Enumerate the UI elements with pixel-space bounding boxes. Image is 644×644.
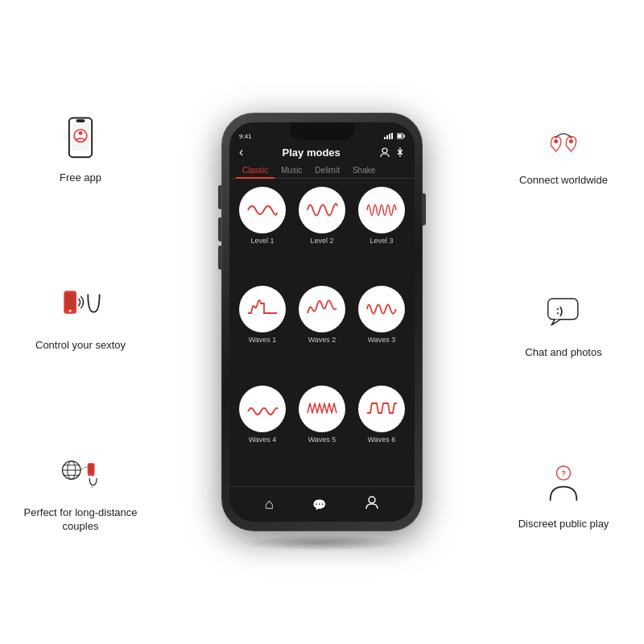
long-distance-label: Perfect for long-distance couples	[16, 506, 145, 534]
signal-icon	[384, 133, 394, 139]
control-label: Control your sextoy	[35, 339, 126, 353]
tab-delimit[interactable]: Delimit	[308, 163, 346, 178]
header-icons	[379, 147, 405, 158]
feature-control: Control your sextoy	[35, 278, 126, 353]
mode-label-level2: Level 2	[310, 237, 333, 245]
status-time: 9:41	[239, 133, 252, 140]
nav-profile-icon[interactable]	[365, 495, 379, 514]
mode-circle-waves4	[239, 386, 286, 432]
connect-label: Connect worldwide	[519, 174, 608, 188]
mode-circle-waves2	[299, 286, 345, 332]
main-container: Free app Control your sextoy	[0, 0, 644, 644]
mode-circle-waves1	[239, 286, 286, 332]
tab-shake[interactable]: Shake	[346, 163, 382, 178]
chat-label: Chat and photos	[525, 346, 601, 360]
battery-icon	[397, 133, 405, 139]
app-title: Play modes	[243, 147, 379, 159]
nav-chat-icon[interactable]: 💬	[312, 498, 326, 511]
mode-circle-waves3	[358, 286, 405, 332]
mode-waves1[interactable]: Waves 1	[236, 286, 289, 378]
mode-waves2[interactable]: Waves 2	[295, 286, 349, 378]
mode-circle-waves6	[358, 386, 405, 432]
modes-grid: Level 1 Level 2	[229, 179, 415, 486]
svg-point-17	[569, 139, 573, 143]
phone-screen: 9:41	[229, 122, 415, 522]
svg-point-32	[369, 497, 375, 503]
chat-icon: :)	[539, 285, 588, 341]
connect-worldwide-icon	[539, 113, 588, 169]
mode-label-level3: Level 3	[369, 237, 393, 245]
svg-rect-29	[398, 134, 402, 138]
globe-icon: ʿ	[56, 445, 105, 502]
bluetooth-icon	[395, 147, 405, 157]
tab-music[interactable]: Music	[275, 163, 308, 178]
phone-body: 9:41	[221, 113, 423, 531]
status-bar-right	[384, 133, 405, 139]
mode-level1[interactable]: Level 1	[236, 187, 289, 279]
svg-point-18	[555, 136, 557, 138]
svg-point-16	[554, 139, 558, 143]
svg-rect-26	[389, 134, 390, 139]
svg-rect-30	[404, 135, 406, 138]
svg-rect-25	[386, 135, 388, 139]
mode-level3[interactable]: Level 3	[355, 187, 408, 279]
mode-waves6[interactable]: Waves 6	[355, 386, 408, 478]
mode-level2[interactable]: Level 2	[295, 187, 349, 279]
mode-label-waves6: Waves 6	[368, 436, 396, 444]
mode-waves5[interactable]: Waves 5	[295, 386, 349, 478]
bottom-nav: ⌂ 💬	[229, 486, 415, 522]
svg-rect-27	[391, 133, 393, 139]
svg-rect-24	[384, 137, 386, 139]
free-app-label: Free app	[60, 171, 101, 185]
mode-waves4[interactable]: Waves 4	[236, 386, 289, 478]
mode-circle-level3	[358, 187, 405, 233]
phone: 9:41	[221, 113, 423, 531]
svg-text::): :)	[556, 304, 564, 316]
profile-icon	[379, 147, 390, 158]
left-panel: Free app Control your sextoy	[16, 0, 145, 644]
svg-rect-6	[65, 293, 74, 309]
feature-globe: ʿ Perfect for long-distance couples	[16, 445, 145, 534]
mode-label-waves2: Waves 2	[308, 336, 336, 344]
svg-point-31	[382, 148, 387, 153]
app-tabs: Classic Music Delimit Shake	[229, 163, 415, 179]
feature-free-app: Free app	[56, 110, 105, 185]
mode-circle-level2	[299, 187, 345, 233]
feature-connect: Connect worldwide	[519, 113, 608, 188]
mode-label-waves1: Waves 1	[249, 336, 277, 344]
phone-reflection	[242, 535, 402, 551]
tab-classic[interactable]: Classic	[236, 163, 275, 178]
svg-text:?: ?	[561, 470, 566, 478]
app-header: ‹ Play modes	[229, 145, 415, 163]
svg-point-19	[570, 136, 572, 138]
mode-label-waves4: Waves 4	[249, 436, 277, 444]
discreet-label: Discreet public play	[518, 518, 609, 531]
app-content: 9:41	[229, 122, 415, 522]
svg-rect-2	[76, 119, 85, 122]
free-app-icon	[56, 110, 105, 167]
feature-discreet: ? Discreet public play	[518, 456, 609, 531]
mode-label-waves3: Waves 3	[368, 336, 396, 344]
mode-circle-level1	[239, 187, 286, 233]
feature-chat: :) Chat and photos	[525, 285, 601, 360]
mode-label-waves5: Waves 5	[308, 436, 336, 444]
right-panel: Connect worldwide :) Chat and photos	[499, 0, 628, 644]
svg-rect-14	[89, 465, 93, 473]
discreet-icon: ?	[539, 456, 588, 513]
nav-home-icon[interactable]: ⌂	[265, 496, 274, 513]
mode-label-level1: Level 1	[250, 237, 274, 245]
mode-circle-waves5	[299, 386, 345, 432]
phone-notch	[290, 122, 354, 140]
svg-point-4	[79, 131, 83, 135]
svg-point-7	[69, 309, 72, 312]
control-icon	[56, 278, 105, 334]
svg-text:ʿ: ʿ	[91, 485, 93, 491]
mode-waves3[interactable]: Waves 3	[355, 286, 408, 378]
